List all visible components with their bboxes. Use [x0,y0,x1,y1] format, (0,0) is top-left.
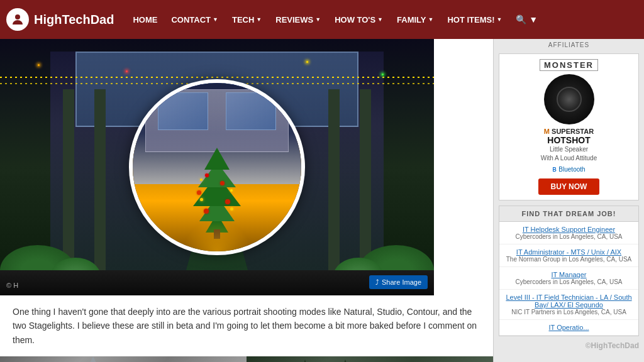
job-title-link[interactable]: Level III - IT Field Technician - LA / S… [506,293,632,309]
buy-now-button[interactable]: BUY NOW [538,178,600,195]
chevron-down-icon: ▼ [377,16,383,23]
circle-image [133,83,301,251]
site-header: HighTechDad HOME CONTACT ▼ TECH ▼ REVIEW… [0,0,644,39]
job-company: Cybercoders in Los Angeles, CA, USA [506,278,632,285]
logo-area[interactable]: HighTechDad [6,8,114,31]
chevron-down-icon: ▼ [315,16,321,23]
bluetooth-badge: ʙ Bluetooth [552,165,585,173]
job-listing: IT Administrator - MTS / Unix / AIX The … [499,244,638,267]
monster-brand-text: MONSTER [540,59,598,71]
main-nav: HOME CONTACT ▼ TECH ▼ REVIEWS ▼ HOW TO'S… [126,12,544,27]
nav-home[interactable]: HOME [126,13,164,27]
affiliates-label: AFFILIATES [494,39,644,51]
bottom-image-left [0,356,247,362]
site-title: HighTechDad [34,13,114,27]
share-icon: ⤴ [375,278,379,286]
copyright-label: © H [6,282,18,289]
main-layout: © H ⤴ Share Image One thing I haven't go… [0,39,644,362]
speaker-description: Little Speaker With A Loud Attitude [504,145,633,163]
content-area: © H ⤴ Share Image One thing I haven't go… [0,39,493,362]
job-listing: IT Manager Cybercoders in Los Angeles, C… [499,267,638,290]
chevron-down-icon: ▼ [428,16,434,23]
job-listing: IT Operatio... [499,320,638,336]
monster-ad: MONSTER M SUPERSTAR HOTSHOT Little Speak… [499,53,639,200]
nav-tech[interactable]: TECH ▼ [226,13,268,27]
share-image-button[interactable]: ⤴ Share Image [369,275,428,289]
article-body: One thing I haven't gone that deeply int… [0,295,493,356]
hero-image: © H ⤴ Share Image [0,39,434,295]
job-listing: IT Helpdesk Support Engineer Cybercoders… [499,222,638,244]
nav-contact[interactable]: CONTACT ▼ [165,13,225,27]
nav-howtos[interactable]: HOW TO'S ▼ [328,13,389,27]
bottom-images [0,356,493,362]
monster-logo: MONSTER [504,59,633,71]
article-paragraph: One thing I haven't gone that deeply int… [13,305,480,347]
bottom-image-right [247,356,493,362]
job-title-link[interactable]: IT Operatio... [506,324,632,331]
job-title-link[interactable]: IT Administrator - MTS / Unix / AIX [506,248,632,256]
dream-job-header: FIND THAT DREAM JOB! [499,206,638,222]
job-company: The Norman Group in Los Angeles, CA, USA [506,256,632,263]
job-title-link[interactable]: IT Manager [506,271,632,278]
chevron-down-icon: ▼ [213,16,218,23]
nav-family[interactable]: FAMILY ▼ [391,13,440,27]
nav-hotitems[interactable]: HOT ITEMS! ▼ [441,13,508,27]
job-company: NIC IT Partners in Los Angeles, CA, USA [506,309,632,315]
watermark: ©HighTechDad [493,340,643,351]
logo-icon [6,8,29,31]
job-listing: Level III - IT Field Technician - LA / S… [499,290,638,320]
svg-point-0 [15,14,20,19]
search-button[interactable]: 🔍 ▼ [509,12,544,27]
sidebar: AFFILIATES MONSTER M SUPERSTAR HOTSHOT L… [493,39,644,362]
featured-circle [129,79,305,255]
chevron-down-icon: ▼ [497,16,502,23]
speaker-grille [557,87,582,112]
nav-reviews[interactable]: REVIEWS ▼ [269,13,327,27]
chevron-down-icon: ▼ [256,16,262,23]
job-company: Cybercoders in Los Angeles, CA, USA [506,233,632,240]
job-title-link[interactable]: IT Helpdesk Support Engineer [506,226,632,233]
dream-job-section: FIND THAT DREAM JOB! IT Helpdesk Support… [499,206,639,336]
speaker-image [544,74,594,124]
hotshot-label: M SUPERSTAR HOTSHOT [504,128,633,145]
